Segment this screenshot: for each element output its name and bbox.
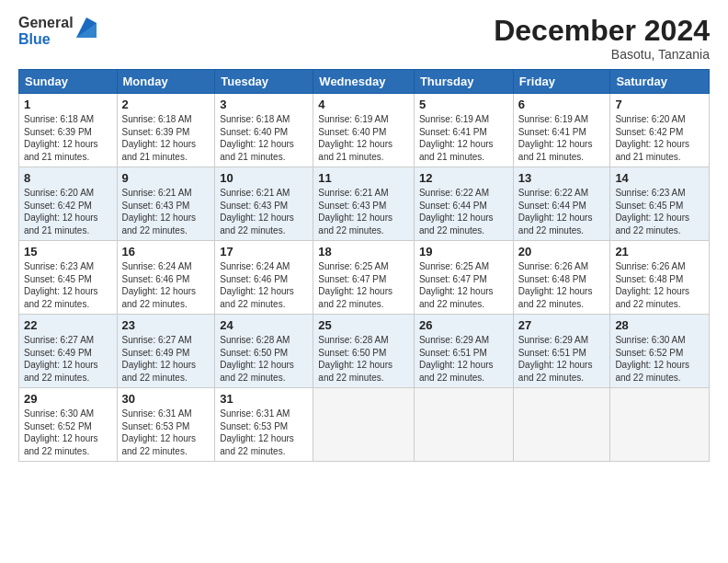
day-number: 5 <box>419 98 508 111</box>
header-saturday: Saturday <box>610 70 710 94</box>
calendar-cell: 15Sunrise: 6:23 AMSunset: 6:45 PMDayligh… <box>19 241 118 315</box>
day-info: Sunrise: 6:25 AMSunset: 6:47 PMDaylight:… <box>419 261 494 309</box>
calendar-cell: 13Sunrise: 6:22 AMSunset: 6:44 PMDayligh… <box>513 167 610 241</box>
day-number: 8 <box>24 171 112 185</box>
calendar-cell: 5Sunrise: 6:19 AMSunset: 6:41 PMDaylight… <box>414 94 513 167</box>
day-number: 25 <box>318 318 409 332</box>
logo-blue: Blue <box>18 31 51 47</box>
day-info: Sunrise: 6:22 AMSunset: 6:44 PMDaylight:… <box>518 188 593 236</box>
week-row-1: 1Sunrise: 6:18 AMSunset: 6:39 PMDaylight… <box>19 94 710 167</box>
calendar-cell: 12Sunrise: 6:22 AMSunset: 6:44 PMDayligh… <box>414 167 513 241</box>
header-sunday: Sunday <box>19 70 118 94</box>
day-info: Sunrise: 6:23 AMSunset: 6:45 PMDaylight:… <box>615 188 689 236</box>
day-info: Sunrise: 6:31 AMSunset: 6:53 PMDaylight:… <box>220 408 294 456</box>
calendar-cell: 31Sunrise: 6:31 AMSunset: 6:53 PMDayligh… <box>215 388 313 462</box>
logo: General Blue <box>18 15 97 49</box>
week-row-4: 22Sunrise: 6:27 AMSunset: 6:49 PMDayligh… <box>19 315 710 388</box>
calendar-cell: 2Sunrise: 6:18 AMSunset: 6:39 PMDaylight… <box>117 94 215 167</box>
header-tuesday: Tuesday <box>215 70 313 94</box>
day-number: 14 <box>615 171 704 185</box>
day-info: Sunrise: 6:19 AMSunset: 6:41 PMDaylight:… <box>518 114 593 162</box>
calendar-cell <box>610 388 710 462</box>
calendar-cell: 10Sunrise: 6:21 AMSunset: 6:43 PMDayligh… <box>215 167 313 241</box>
calendar-cell: 14Sunrise: 6:23 AMSunset: 6:45 PMDayligh… <box>610 167 710 241</box>
calendar-cell <box>313 388 415 462</box>
week-row-3: 15Sunrise: 6:23 AMSunset: 6:45 PMDayligh… <box>19 241 710 315</box>
day-number: 19 <box>419 245 508 259</box>
week-row-2: 8Sunrise: 6:20 AMSunset: 6:42 PMDaylight… <box>19 167 710 241</box>
calendar-cell: 16Sunrise: 6:24 AMSunset: 6:46 PMDayligh… <box>117 241 215 315</box>
day-number: 6 <box>518 98 606 111</box>
day-info: Sunrise: 6:21 AMSunset: 6:43 PMDaylight:… <box>220 188 294 236</box>
calendar-cell <box>513 388 610 462</box>
day-info: Sunrise: 6:18 AMSunset: 6:40 PMDaylight:… <box>220 114 294 162</box>
day-info: Sunrise: 6:22 AMSunset: 6:44 PMDaylight:… <box>419 188 494 236</box>
calendar-table: Sunday Monday Tuesday Wednesday Thursday… <box>18 69 710 462</box>
day-info: Sunrise: 6:19 AMSunset: 6:41 PMDaylight:… <box>419 114 494 162</box>
day-number: 7 <box>615 98 704 111</box>
day-number: 31 <box>220 392 308 406</box>
calendar-cell: 30Sunrise: 6:31 AMSunset: 6:53 PMDayligh… <box>117 388 215 462</box>
day-info: Sunrise: 6:27 AMSunset: 6:49 PMDaylight:… <box>24 335 98 383</box>
day-info: Sunrise: 6:20 AMSunset: 6:42 PMDaylight:… <box>24 188 98 236</box>
day-number: 26 <box>419 318 508 332</box>
day-number: 24 <box>220 318 308 332</box>
calendar-cell: 8Sunrise: 6:20 AMSunset: 6:42 PMDaylight… <box>19 167 118 241</box>
day-info: Sunrise: 6:19 AMSunset: 6:40 PMDaylight:… <box>318 114 392 162</box>
calendar-cell: 4Sunrise: 6:19 AMSunset: 6:40 PMDaylight… <box>313 94 415 167</box>
day-info: Sunrise: 6:30 AMSunset: 6:52 PMDaylight:… <box>615 335 689 383</box>
calendar-header-row: Sunday Monday Tuesday Wednesday Thursday… <box>19 70 710 94</box>
day-info: Sunrise: 6:24 AMSunset: 6:46 PMDaylight:… <box>220 261 294 309</box>
day-number: 9 <box>122 171 210 185</box>
day-number: 29 <box>24 392 112 406</box>
day-info: Sunrise: 6:28 AMSunset: 6:50 PMDaylight:… <box>318 335 392 383</box>
day-number: 4 <box>318 98 409 111</box>
page-header: General Blue December 2024 Basotu, Tanza… <box>18 15 710 62</box>
header-thursday: Thursday <box>414 70 513 94</box>
day-number: 23 <box>122 318 210 332</box>
header-friday: Friday <box>513 70 610 94</box>
calendar-cell: 21Sunrise: 6:26 AMSunset: 6:48 PMDayligh… <box>610 241 710 315</box>
calendar-cell: 11Sunrise: 6:21 AMSunset: 6:43 PMDayligh… <box>313 167 415 241</box>
day-number: 17 <box>220 245 308 259</box>
day-info: Sunrise: 6:29 AMSunset: 6:51 PMDaylight:… <box>419 335 494 383</box>
calendar-cell: 27Sunrise: 6:29 AMSunset: 6:51 PMDayligh… <box>513 315 610 388</box>
calendar-cell: 7Sunrise: 6:20 AMSunset: 6:42 PMDaylight… <box>610 94 710 167</box>
logo-icon <box>76 17 97 38</box>
day-info: Sunrise: 6:26 AMSunset: 6:48 PMDaylight:… <box>615 261 689 309</box>
calendar-cell: 1Sunrise: 6:18 AMSunset: 6:39 PMDaylight… <box>19 94 118 167</box>
day-number: 2 <box>122 98 210 111</box>
day-number: 15 <box>24 245 112 259</box>
day-info: Sunrise: 6:31 AMSunset: 6:53 PMDaylight:… <box>122 408 197 456</box>
logo-general: General <box>18 15 74 30</box>
day-info: Sunrise: 6:18 AMSunset: 6:39 PMDaylight:… <box>24 114 98 162</box>
calendar-cell <box>414 388 513 462</box>
calendar-cell: 24Sunrise: 6:28 AMSunset: 6:50 PMDayligh… <box>215 315 313 388</box>
calendar-cell: 9Sunrise: 6:21 AMSunset: 6:43 PMDaylight… <box>117 167 215 241</box>
day-info: Sunrise: 6:18 AMSunset: 6:39 PMDaylight:… <box>122 114 197 162</box>
calendar-cell: 20Sunrise: 6:26 AMSunset: 6:48 PMDayligh… <box>513 241 610 315</box>
location: Basotu, Tanzania <box>494 47 710 62</box>
day-info: Sunrise: 6:29 AMSunset: 6:51 PMDaylight:… <box>518 335 593 383</box>
day-number: 21 <box>615 245 704 259</box>
calendar-cell: 22Sunrise: 6:27 AMSunset: 6:49 PMDayligh… <box>19 315 118 388</box>
day-number: 13 <box>518 171 606 185</box>
day-info: Sunrise: 6:27 AMSunset: 6:49 PMDaylight:… <box>122 335 197 383</box>
day-info: Sunrise: 6:23 AMSunset: 6:45 PMDaylight:… <box>24 261 98 309</box>
header-monday: Monday <box>117 70 215 94</box>
calendar-cell: 28Sunrise: 6:30 AMSunset: 6:52 PMDayligh… <box>610 315 710 388</box>
day-info: Sunrise: 6:25 AMSunset: 6:47 PMDaylight:… <box>318 261 392 309</box>
calendar-cell: 23Sunrise: 6:27 AMSunset: 6:49 PMDayligh… <box>117 315 215 388</box>
calendar-cell: 3Sunrise: 6:18 AMSunset: 6:40 PMDaylight… <box>215 94 313 167</box>
week-row-5: 29Sunrise: 6:30 AMSunset: 6:52 PMDayligh… <box>19 388 710 462</box>
day-info: Sunrise: 6:20 AMSunset: 6:42 PMDaylight:… <box>615 114 689 162</box>
day-number: 12 <box>419 171 508 185</box>
day-info: Sunrise: 6:28 AMSunset: 6:50 PMDaylight:… <box>220 335 294 383</box>
day-number: 11 <box>318 171 409 185</box>
calendar-cell: 26Sunrise: 6:29 AMSunset: 6:51 PMDayligh… <box>414 315 513 388</box>
calendar-cell: 17Sunrise: 6:24 AMSunset: 6:46 PMDayligh… <box>215 241 313 315</box>
day-number: 30 <box>122 392 210 406</box>
day-number: 28 <box>615 318 704 332</box>
day-info: Sunrise: 6:21 AMSunset: 6:43 PMDaylight:… <box>122 188 197 236</box>
calendar-cell: 18Sunrise: 6:25 AMSunset: 6:47 PMDayligh… <box>313 241 415 315</box>
